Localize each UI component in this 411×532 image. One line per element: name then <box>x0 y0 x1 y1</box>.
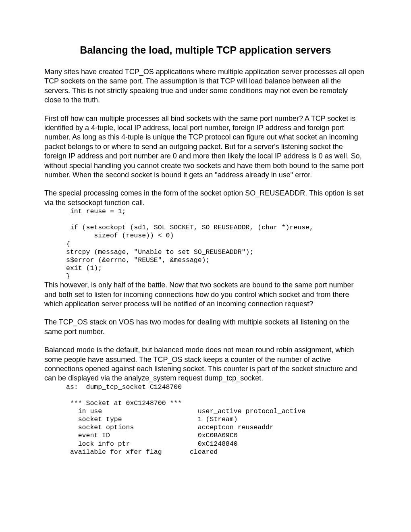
code-dump-socket: as: dump_tcp_socket C1248700 *** Socket … <box>66 383 367 456</box>
paragraph-reuseaddr: The special processing comes in the form… <box>44 189 367 208</box>
paragraph-half-battle: This however, is only half of the battle… <box>44 281 367 309</box>
paragraph-two-modes: The TCP_OS stack on VOS has two modes fo… <box>44 318 367 337</box>
code-setsockopt: int reuse = 1; if (setsockopt (sd1, SOL_… <box>66 208 367 281</box>
paragraph-balanced-mode: Balanced mode is the default, but balanc… <box>44 345 367 383</box>
paragraph-intro: Many sites have created TCP_OS applicati… <box>44 67 367 105</box>
paragraph-4tuple: First off how can multiple processes all… <box>44 114 367 180</box>
document-title: Balancing the load, multiple TCP applica… <box>44 44 367 56</box>
